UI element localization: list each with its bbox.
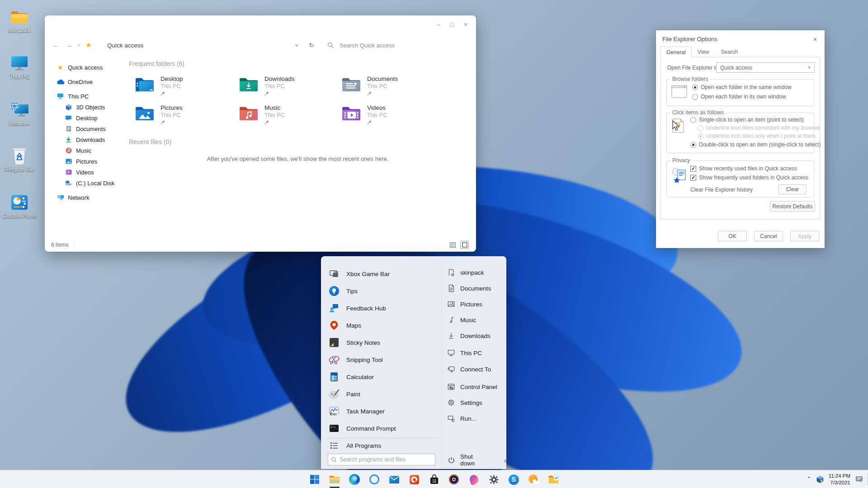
start-item-label: All Programs <box>346 442 381 449</box>
tray-cube-icon[interactable] <box>816 475 824 483</box>
tab-view[interactable]: View <box>692 47 715 57</box>
sidebar-item-pictures[interactable]: Pictures <box>45 156 128 167</box>
radio-own-window[interactable]: Open each folder in its own window <box>692 94 786 100</box>
shutdown-button[interactable]: Shut down › <box>447 454 506 466</box>
minimize-button[interactable]: – <box>433 19 444 30</box>
radio-single-click[interactable]: Single-click to open an item (point to s… <box>690 117 804 123</box>
sidebar-item-videos[interactable]: Videos <box>45 167 128 178</box>
sidebar-item-music[interactable]: Music <box>45 145 128 156</box>
start-item-user-skinpack[interactable]: skinpack <box>447 265 484 280</box>
taskbar-paint-3d[interactable] <box>464 470 484 488</box>
cancel-button[interactable]: Cancel <box>754 231 783 241</box>
start-item-music[interactable]: Music <box>447 312 476 328</box>
sidebar-item-quick-access[interactable]: ★ Quick access <box>45 62 128 73</box>
radio-double-click[interactable]: Double-click to open an item (single-cli… <box>690 141 821 148</box>
start-item-calculator[interactable]: Calculator <box>328 368 374 385</box>
start-item-run[interactable]: Run... <box>447 411 476 426</box>
taskbar-groove-music[interactable] <box>444 470 464 488</box>
sidebar-item-documents[interactable]: Documents <box>45 123 128 134</box>
sidebar-item-label: Network <box>68 194 90 201</box>
sidebar-item-3d-objects[interactable]: 3D Objects <box>45 102 128 113</box>
start-item-feedback-hub[interactable]: Feedback Hub <box>328 300 386 317</box>
ok-button[interactable]: OK <box>718 231 747 241</box>
sidebar-item-onedrive[interactable]: OneDrive <box>45 76 128 87</box>
folder-tile-documents[interactable]: Documents This PC <box>335 74 437 99</box>
desktop-icon-recycle-bin[interactable]: Recycle Bin <box>0 145 39 173</box>
start-item-maps[interactable]: Maps <box>328 317 361 334</box>
clear-button[interactable]: Clear <box>778 184 807 194</box>
taskbar-tasks-folder[interactable] <box>543 470 563 488</box>
taskbar-clock[interactable]: 11:24 PM 7/3/2021 <box>829 473 850 486</box>
sidebar-item-this-pc[interactable]: This PC <box>45 91 128 102</box>
start-search-box[interactable] <box>328 454 435 465</box>
chevron-right-icon: › <box>504 456 506 464</box>
taskbar-store[interactable] <box>424 470 444 488</box>
folder-tile-music[interactable]: Music This PC <box>232 103 334 128</box>
apply-button[interactable]: Apply <box>790 231 819 241</box>
radio-same-window[interactable]: Open each folder in the same window <box>692 84 792 90</box>
taskbar-office[interactable] <box>404 470 424 488</box>
start-item-documents[interactable]: Documents <box>447 281 491 296</box>
back-icon[interactable]: ← <box>50 37 61 53</box>
sidebar-item-desktop[interactable]: Desktop <box>45 113 128 123</box>
sidebar-item-network[interactable]: Network <box>45 192 128 203</box>
sidebar-item-local-disk[interactable]: (C:) Local Disk <box>45 178 128 188</box>
close-button[interactable]: × <box>460 19 472 30</box>
desktop-icon-this-pc[interactable]: This PC <box>0 52 39 80</box>
dialog-title: File Explorer Options <box>662 36 717 42</box>
notification-center-icon[interactable] <box>855 475 863 483</box>
start-item-downloads[interactable]: Downloads <box>447 328 491 343</box>
star-icon: ★ <box>57 64 64 71</box>
taskbar-file-explorer[interactable] <box>325 470 344 488</box>
folder-name: Pictures <box>160 104 183 111</box>
taskbar-edge[interactable] <box>344 470 364 488</box>
taskbar-cortana[interactable] <box>364 470 384 488</box>
forward-icon[interactable]: → <box>64 37 75 53</box>
address-dropdown-chevron-icon[interactable]: ˅ <box>292 37 301 53</box>
check-recent-files[interactable]: ✓ Show recently used files in Quick acce… <box>690 165 797 172</box>
taskbar-skype[interactable]: S <box>504 470 524 488</box>
start-item-all-programs[interactable]: All Programs <box>328 439 381 452</box>
maximize-button[interactable]: □ <box>446 19 458 30</box>
start-item-tips[interactable]: Tips <box>328 282 358 300</box>
taskbar-settings[interactable] <box>484 470 504 488</box>
start-button[interactable] <box>305 470 325 488</box>
dialog-close-icon[interactable]: × <box>810 34 820 44</box>
sidebar-item-label: Documents <box>76 126 106 132</box>
start-item-snipping-tool[interactable]: Snipping Tool <box>328 351 383 368</box>
start-search-input[interactable] <box>340 456 432 463</box>
recent-locations-chevron-icon[interactable]: ˅ <box>75 37 83 53</box>
restore-defaults-button[interactable]: Restore Defaults <box>770 201 815 211</box>
start-item-sticky-notes[interactable]: Sticky Notes <box>328 334 380 351</box>
taskbar-weather[interactable] <box>524 470 543 488</box>
start-item-xbox-game-bar[interactable]: Xbox Game Bar <box>328 265 390 282</box>
search-input[interactable] <box>340 39 466 51</box>
folder-tile-downloads[interactable]: Downloads This PC <box>232 74 334 99</box>
start-item-this-pc[interactable]: This PC <box>447 345 482 361</box>
start-item-task-manager[interactable]: Task Manager <box>328 403 385 420</box>
sidebar-item-downloads[interactable]: Downloads <box>45 134 128 145</box>
sticky-notes-icon <box>328 337 340 348</box>
start-item-command-prompt[interactable]: C:\_ Command Prompt <box>328 420 396 437</box>
start-item-control-panel[interactable]: Control Panel <box>447 379 497 394</box>
desktop-icon-network[interactable]: Network <box>0 99 39 127</box>
desktop-icon-skinpack[interactable]: skinpack <box>0 5 39 33</box>
folder-tile-videos[interactable]: Videos This PC <box>335 103 437 128</box>
open-to-dropdown[interactable]: Quick access ˅ <box>716 62 815 73</box>
details-view-icon[interactable] <box>448 241 457 249</box>
start-item-paint[interactable]: Paint <box>328 385 360 403</box>
desktop-icon-control-panel[interactable]: Control Panel <box>0 191 39 219</box>
folder-tile-pictures[interactable]: Pictures This PC <box>128 103 230 128</box>
tab-search[interactable]: Search <box>715 47 744 57</box>
start-item-connect-to[interactable]: Connect To <box>447 361 491 377</box>
taskbar-mail[interactable] <box>384 470 404 488</box>
refresh-icon[interactable]: ↻ <box>307 37 316 53</box>
folder-tile-desktop[interactable]: Desktop This PC <box>128 74 230 99</box>
tray-chevron-up-icon[interactable]: ⌃ <box>807 476 811 482</box>
start-item-settings[interactable]: Settings <box>447 395 482 410</box>
start-item-pictures[interactable]: Pictures <box>447 296 482 312</box>
check-frequent-folders[interactable]: ✓ Show frequently used folders in Quick … <box>690 174 808 181</box>
address-bar[interactable]: Quick access <box>107 37 143 53</box>
thumbnail-view-icon[interactable] <box>460 241 469 249</box>
tab-general[interactable]: General <box>660 47 692 57</box>
